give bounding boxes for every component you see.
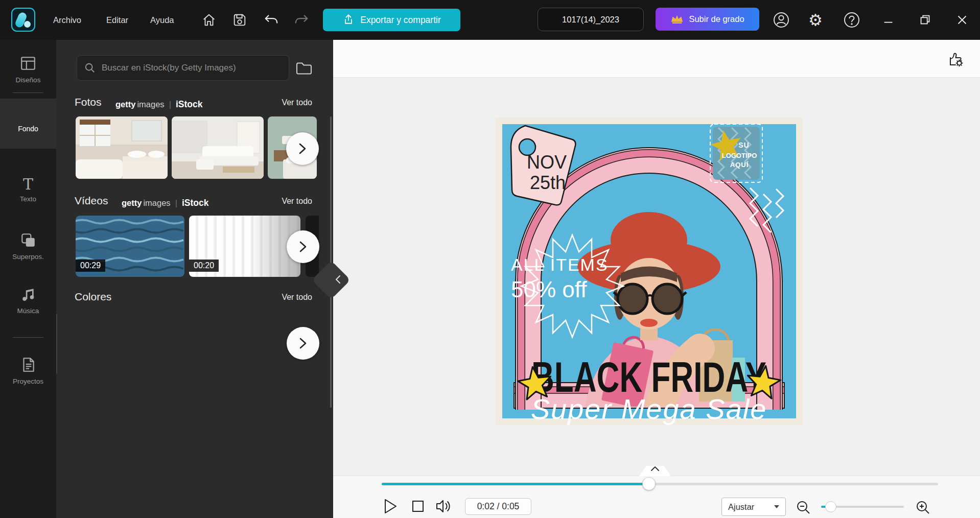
timeline-collapse-tab[interactable] — [639, 466, 671, 476]
overlay-icon — [20, 232, 36, 248]
sidebar-item-label: Fondo — [0, 125, 56, 133]
video-duration-badge: 00:20 — [189, 260, 219, 272]
fotos-next-button[interactable] — [286, 132, 319, 165]
account-icon[interactable] — [773, 11, 790, 29]
search-box[interactable] — [77, 55, 289, 81]
crown-icon — [670, 14, 684, 25]
sidebar-item-label: Diseños — [0, 76, 56, 84]
close-icon[interactable] — [954, 12, 970, 28]
menu-archivo[interactable]: Archivo — [53, 0, 81, 40]
media-panel: Fotos gettyimages|iStock Ver todo Vídeos… — [56, 40, 333, 518]
canvas-toolbar — [333, 40, 980, 78]
stop-button[interactable] — [412, 500, 424, 512]
export-share-label: Exportar y compartir — [360, 15, 441, 26]
search-input[interactable] — [101, 62, 282, 74]
design-card[interactable]: ALL ITEMS 50% off NOV 25th SU LOGOTIPO — [496, 117, 803, 425]
colores-see-all-link[interactable]: Ver todo — [282, 293, 312, 302]
color-swatch-dark[interactable] — [56, 314, 57, 374]
minimize-icon[interactable] — [881, 12, 896, 28]
zoom-slider[interactable] — [821, 506, 904, 508]
sidebar-divider — [13, 337, 43, 338]
videos-next-button[interactable] — [287, 230, 319, 263]
videos-see-all-link[interactable]: Ver todo — [282, 197, 312, 206]
seek-bar[interactable] — [382, 483, 938, 485]
subheadline-script: Super Mega Sale — [531, 393, 767, 425]
colores-next-button[interactable] — [287, 327, 319, 360]
sidebar-item-musica[interactable]: Música — [0, 286, 56, 315]
gettyimages-istock-logo: gettyimages|iStock — [115, 99, 202, 110]
fit-zoom-value: Ajustar — [728, 502, 754, 512]
upgrade-label: Subir de grado — [689, 14, 744, 24]
designs-icon — [20, 55, 36, 72]
videos-section-title: Vídeos — [75, 195, 108, 207]
logo-line3: AQUÍ — [730, 161, 749, 169]
app-window: Archivo Editar Ayuda Exportar y comparti… — [0, 0, 980, 518]
chevron-down-icon — [774, 505, 779, 508]
logo-placeholder: SU LOGOTIPO AQUÍ — [708, 124, 762, 182]
fotos-see-all-link[interactable]: Ver todo — [282, 98, 312, 107]
logo-line2: LOGOTIPO — [722, 152, 757, 159]
playback-bar: 0:02 / 0:05 Ajustar — [333, 476, 980, 518]
redo-icon[interactable] — [294, 12, 309, 28]
projects-icon — [20, 357, 36, 373]
sidebar-item-disenos[interactable]: Diseños — [0, 55, 56, 84]
zoom-out-button[interactable] — [796, 500, 811, 515]
top-bar: Archivo Editar Ayuda Exportar y comparti… — [0, 0, 980, 40]
volume-button[interactable] — [435, 499, 452, 513]
upgrade-button[interactable]: Subir de grado — [656, 8, 759, 31]
black-friday-design: ALL ITEMS 50% off NOV 25th SU LOGOTIPO — [496, 117, 803, 425]
folder-icon — [295, 60, 312, 76]
sidebar-item-label: Música — [0, 307, 56, 315]
fit-zoom-select[interactable]: Ajustar — [721, 498, 786, 516]
sidebar-divider — [13, 92, 43, 93]
promo-all-items: ALL ITEMS — [511, 255, 609, 274]
sidebar-item-label: Proyectos — [0, 378, 56, 385]
app-logo-icon[interactable] — [11, 8, 35, 32]
feedback-thumbsup-icon[interactable] — [946, 50, 965, 68]
bathroom-photo — [76, 116, 168, 179]
photo-thumbnail-bathroom[interactable] — [76, 116, 168, 179]
upload-icon — [342, 14, 355, 26]
zoom-in-button[interactable] — [915, 500, 930, 515]
sidebar-item-fondo[interactable]: Fondo — [0, 99, 56, 149]
video-thumbnail-water[interactable]: 00:29 — [76, 216, 184, 277]
livingroom-photo — [172, 116, 264, 179]
photo-thumbnail-livingroom[interactable] — [172, 116, 264, 179]
video-thumbnail-curtain[interactable]: 00:20 — [189, 216, 300, 277]
time-text: 0:02 / 0:05 — [477, 501, 520, 512]
home-icon[interactable] — [201, 12, 217, 28]
chevron-right-icon — [299, 338, 307, 349]
sidebar-item-superpos[interactable]: Superpos. — [0, 232, 56, 261]
chevron-left-icon — [336, 275, 341, 284]
sidebar: Diseños Fondo T Texto Superpos. Música P… — [0, 40, 56, 518]
chevron-up-icon — [650, 466, 660, 472]
gettyimages-istock-logo: gettyimages|iStock — [122, 198, 208, 208]
sidebar-item-label: Superpos. — [0, 253, 56, 261]
menu-editar[interactable]: Editar — [106, 0, 128, 40]
sidebar-item-label: Texto — [0, 195, 56, 203]
video-duration-badge: 00:29 — [76, 260, 105, 272]
canvas-area: ALL ITEMS 50% off NOV 25th SU LOGOTIPO — [333, 40, 980, 518]
export-share-button[interactable]: Exportar y compartir — [323, 9, 460, 31]
logo-line1: SU — [738, 141, 749, 149]
seek-bar-progress — [382, 483, 649, 485]
local-files-button[interactable] — [293, 59, 314, 77]
zoom-slider-thumb[interactable] — [825, 501, 836, 512]
undo-icon[interactable] — [264, 12, 279, 28]
playhead[interactable] — [642, 477, 656, 490]
restore-window-icon[interactable] — [918, 12, 933, 28]
menu-ayuda[interactable]: Ayuda — [150, 0, 174, 40]
play-button[interactable] — [384, 499, 397, 514]
settings-gear-icon[interactable]: ⚙ — [808, 11, 823, 29]
project-name-field[interactable]: 1017(14)_2023 — [538, 8, 644, 31]
text-icon: T — [23, 177, 33, 192]
sidebar-item-texto[interactable]: T Texto — [0, 177, 56, 203]
sidebar-item-proyectos[interactable]: Proyectos — [0, 357, 56, 385]
tag-month: NOV — [527, 152, 567, 173]
help-icon[interactable] — [843, 11, 860, 29]
chevron-right-icon — [299, 241, 307, 252]
chevron-right-icon — [299, 143, 306, 154]
save-icon[interactable] — [232, 12, 247, 28]
search-icon — [84, 62, 96, 74]
promo-50-off: 50% off — [511, 277, 587, 302]
